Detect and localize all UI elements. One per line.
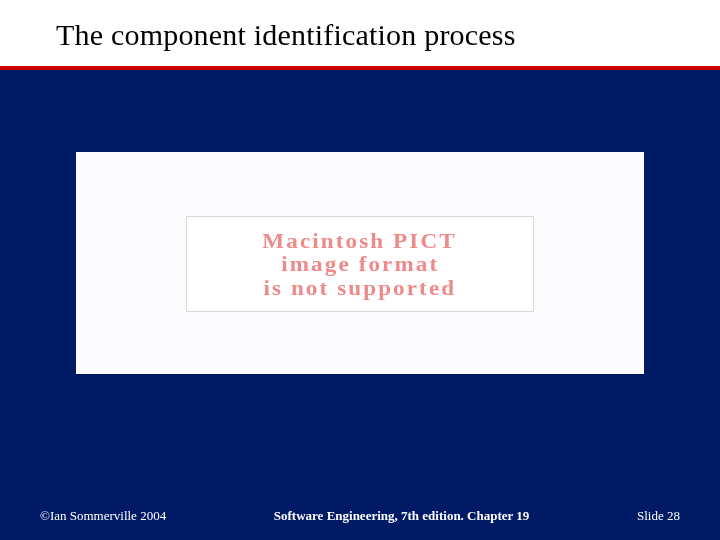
footer: ©Ian Sommerville 2004 Software Engineeri… (0, 508, 720, 524)
footer-copyright: ©Ian Sommerville 2004 (40, 508, 166, 524)
pict-error-box: Macintosh PICT image format is not suppo… (186, 216, 534, 312)
pict-error-line-2: image format (281, 252, 439, 275)
footer-center: Software Engineering, 7th edition. Chapt… (166, 508, 637, 524)
pict-error-line-1: Macintosh PICT (263, 229, 457, 252)
content-panel: Macintosh PICT image format is not suppo… (76, 152, 644, 374)
title-bar: The component identification process (0, 0, 720, 70)
slide-title: The component identification process (56, 18, 700, 52)
footer-page: Slide 28 (637, 508, 680, 524)
pict-error-line-3: is not supported (264, 276, 457, 299)
